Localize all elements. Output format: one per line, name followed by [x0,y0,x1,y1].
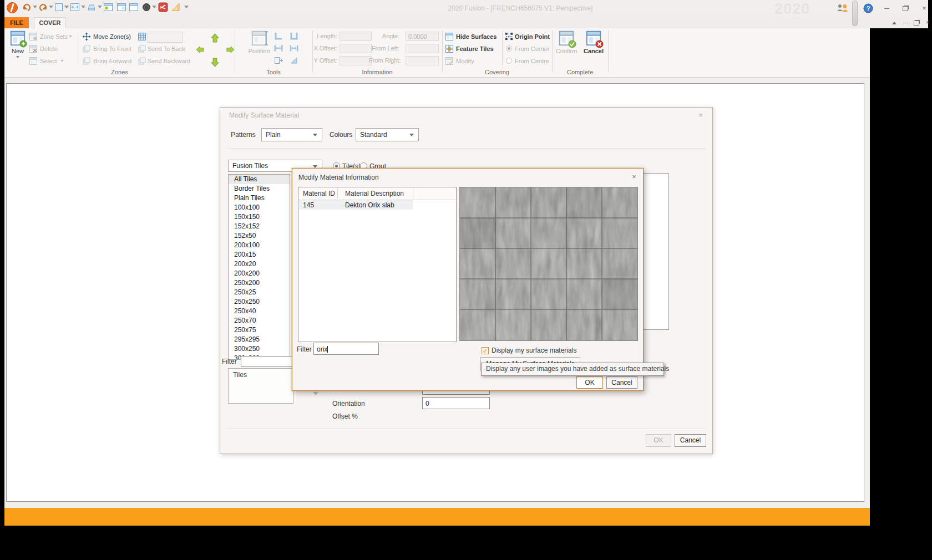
material-filter-input[interactable]: orix [313,343,379,355]
send-backward-button[interactable] [138,57,146,68]
tile-size-item[interactable]: 200x20 [229,259,290,269]
surface-ok-button[interactable]: OK [646,434,671,447]
bring-forward-button[interactable] [82,57,91,68]
nudge-right-button[interactable] [226,45,235,56]
perspective-view-icon[interactable] [87,3,97,12]
position-button[interactable]: Position [247,30,271,54]
tool-panel-button[interactable] [274,56,283,67]
tool-space-h-button[interactable] [274,44,283,55]
surface-dialog-close-button[interactable]: × [696,111,705,119]
split-view-icon[interactable] [103,3,113,12]
nudge-up-button[interactable] [211,33,219,45]
tile-size-item[interactable]: Plain Tiles [229,194,290,203]
confirm-button[interactable]: Confirm [554,30,579,54]
zone-grid-button[interactable] [138,32,146,43]
surface-cancel-button[interactable]: Cancel [675,434,706,447]
titlebar-slider[interactable] [852,1,858,26]
undo-icon[interactable] [22,3,32,12]
tile-size-item[interactable]: 150x150 [229,212,290,222]
render-ball-icon[interactable] [142,3,151,12]
angle-input[interactable]: 0.0000 [406,32,439,41]
modify-button[interactable] [445,57,454,68]
display-surface-materials-checkbox[interactable]: ✓ [482,347,489,354]
column-header-material-description[interactable]: Material Description [345,190,404,197]
tile-size-list[interactable]: All Tiles Border Tiles Plain Tiles 100x1… [228,174,290,360]
tool-space-v-button[interactable] [290,44,298,55]
zone-grid-combo[interactable] [148,32,183,43]
collaboration-icon[interactable] [835,3,850,13]
from-left-input[interactable] [406,44,439,53]
child-restore-button[interactable] [912,19,921,26]
length-input[interactable] [340,32,372,41]
tile-size-item[interactable]: 250x25 [229,288,290,297]
close-button[interactable]: × [918,4,931,13]
from-corner-radio[interactable] [506,45,512,52]
view-mode-dropdown-icon[interactable] [64,6,69,8]
column-header-material-id[interactable]: Material ID [303,190,335,197]
dual-panel-icon[interactable] [116,3,126,12]
restore-button[interactable] [899,4,912,13]
tile-size-item[interactable]: 250x75 [229,325,290,335]
tile-size-item[interactable]: 200x15 [229,250,290,259]
undo-dropdown-icon[interactable] [33,6,37,8]
from-right-input[interactable] [406,56,439,65]
feature-tiles-button[interactable] [445,44,454,55]
delete-zone-button[interactable] [29,44,38,55]
tile-size-item[interactable]: 152x152 [229,222,290,231]
colours-combo[interactable]: Standard [356,128,419,141]
material-dialog-titlebar[interactable]: Modify Material Information × [292,169,643,184]
sketchup-icon[interactable] [158,2,168,12]
table-row[interactable]: 145 Dekton Orix slab [299,200,413,210]
select-zone-button[interactable] [29,57,38,68]
new-zone-button[interactable]: New [8,30,28,58]
tile-size-item[interactable]: 250x70 [229,316,290,325]
app-menu-icon[interactable] [6,2,18,14]
surface-dialog-titlebar[interactable]: Modify Surface Material × [220,108,712,122]
tile-size-item[interactable]: 250x250 [229,297,290,307]
move-zones-button[interactable] [82,32,91,43]
tile-size-item[interactable]: 250x40 [229,307,290,316]
origin-point-button[interactable] [505,32,513,43]
tile-size-item[interactable]: All Tiles [229,175,290,184]
zone-sets-button[interactable] [29,32,38,43]
nudge-left-button[interactable] [195,45,205,56]
view-mode-icon[interactable] [54,3,63,12]
cancel-covering-button[interactable]: Cancel [581,30,606,54]
tab-file[interactable]: FILE [4,17,29,28]
fit-view-dropdown-icon[interactable] [81,6,85,8]
tile-size-item[interactable]: 295x295 [229,335,290,344]
fit-view-icon[interactable] [70,3,80,12]
tab-cover[interactable]: COVER [34,17,66,28]
nudge-down-button[interactable] [211,58,219,69]
quick-access-overflow-icon[interactable] [184,6,189,8]
single-panel-icon[interactable] [129,3,139,12]
from-centre-radio[interactable] [506,58,512,64]
tile-size-item[interactable]: 300x250 [229,344,290,354]
materials-table[interactable]: Material ID Material Description 145 Dek… [298,187,457,342]
tile-size-item[interactable]: 152x50 [229,231,290,241]
ruler-icon[interactable] [171,2,181,12]
x-offset-input[interactable] [340,44,372,53]
child-minimize-button[interactable] [901,19,910,26]
orientation-input[interactable]: 0 [422,397,490,409]
tile-size-item[interactable]: 200x200 [229,269,290,278]
tile-size-item[interactable]: 250x200 [229,278,290,288]
patterns-combo[interactable]: Plain [261,128,322,141]
bring-to-front-button[interactable] [82,44,91,55]
material-ok-button[interactable]: OK [576,376,603,389]
help-icon[interactable]: ? [863,3,873,13]
hide-surfaces-button[interactable] [445,32,454,43]
tile-size-item[interactable]: 100x100 [229,203,290,212]
tool-corner-button[interactable] [274,32,283,43]
material-dialog-close-button[interactable]: × [630,172,639,181]
tile-size-item[interactable]: 200x100 [229,241,290,250]
expand-chevron-icon[interactable] [313,392,318,395]
render-dropdown-icon[interactable] [152,6,156,8]
redo-dropdown-icon[interactable] [49,6,53,8]
y-offset-input[interactable] [340,56,372,65]
redo-icon[interactable] [38,3,48,12]
tool-slope-button[interactable] [290,56,298,67]
ribbon-collapse-button[interactable] [890,19,899,26]
perspective-dropdown-icon[interactable] [98,6,102,8]
tile-size-item[interactable]: Border Tiles [229,184,290,194]
